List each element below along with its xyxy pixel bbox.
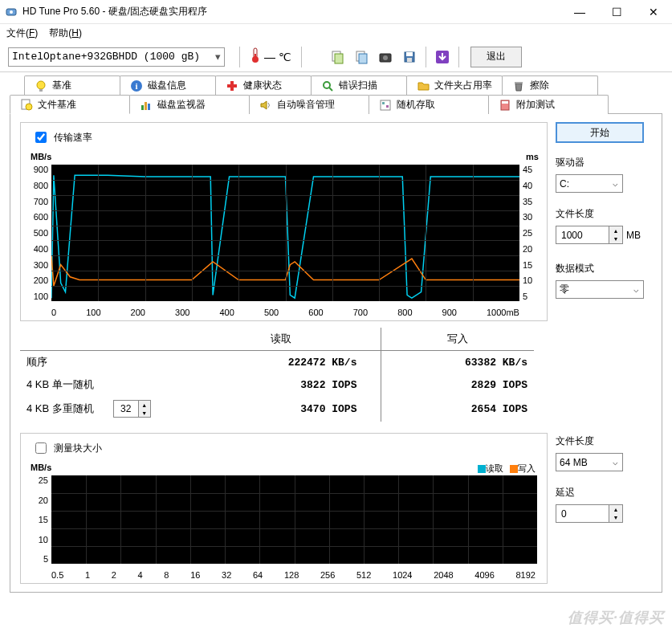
read-value: 3822 IOPS: [181, 373, 381, 396]
close-button[interactable]: ✕: [635, 0, 672, 24]
bar-icon: [140, 99, 153, 112]
tabs-row-2: 文件基准磁盘监视器自动噪音管理随机存取附加测试: [10, 95, 662, 114]
svg-rect-29: [381, 100, 390, 110]
tab-grid[interactable]: 随机存取: [369, 95, 489, 114]
copy-text-button[interactable]: [326, 46, 348, 68]
filelen-input[interactable]: ▲▼: [556, 226, 623, 244]
maximize-button[interactable]: ☐: [598, 0, 635, 24]
tab-folder[interactable]: 文件夹占用率: [406, 75, 503, 95]
filelen-value[interactable]: [560, 229, 600, 242]
svg-point-1: [10, 10, 13, 14]
tab-label: 文件夹占用率: [434, 79, 492, 92]
tab-label: 自动噪音管理: [277, 98, 335, 112]
filelen-unit: MB: [626, 230, 641, 241]
copy-image-button[interactable]: [350, 46, 373, 68]
col-read-head: 读取: [181, 328, 381, 351]
delay-up[interactable]: ▲: [609, 505, 622, 514]
blocksize-checkbox-input[interactable]: [35, 442, 47, 454]
spinner-up[interactable]: ▲: [139, 401, 150, 409]
start-button[interactable]: 开始: [556, 122, 644, 143]
tab-speaker[interactable]: 自动噪音管理: [249, 95, 369, 114]
filelen2-select[interactable]: 64 MB: [556, 453, 623, 471]
datamode-value: 零: [560, 283, 569, 296]
svg-line-22: [329, 88, 332, 91]
datamode-label: 数据模式: [556, 262, 652, 275]
transfer-rate-label: 传输速率: [54, 131, 92, 145]
tab-bulb[interactable]: 基准: [24, 75, 120, 95]
drive-select[interactable]: IntelOptane+932GBHDD (1000 gB): [8, 47, 225, 67]
svg-rect-30: [382, 102, 385, 104]
spinner-value[interactable]: [114, 402, 138, 415]
grid-icon: [379, 99, 392, 112]
multi-random-spinner[interactable]: ▲▼: [113, 400, 151, 418]
bulb-icon: [35, 80, 47, 92]
delay-value[interactable]: [560, 508, 600, 520]
drive-letter-select[interactable]: C:: [556, 174, 623, 193]
drive-select-value: IntelOptane+932GBHDD (1000 gB): [12, 51, 200, 63]
tab-label: 健康状态: [243, 79, 282, 92]
filelen-down[interactable]: ▼: [609, 235, 622, 244]
minimize-button[interactable]: —: [561, 0, 598, 24]
save-button[interactable]: [398, 46, 421, 68]
tabs-area: 基准i磁盘信息健康状态错误扫描文件夹占用率擦除 文件基准磁盘监视器自动噪音管理随…: [0, 72, 672, 593]
y-right-unit: ms: [526, 152, 539, 161]
read-value: 3470 IOPS: [181, 396, 381, 422]
search-icon: [321, 80, 334, 92]
tab-plus[interactable]: 健康状态: [215, 75, 312, 95]
drive-label: 驱动器: [556, 156, 652, 169]
svg-rect-13: [407, 58, 412, 62]
blocksize-checkbox[interactable]: 测量块大小: [32, 440, 102, 456]
transfer-rate-checkbox-input[interactable]: [35, 132, 47, 143]
row-label: 顺序: [20, 351, 181, 374]
download-button[interactable]: [431, 46, 454, 68]
tab-trash[interactable]: 擦除: [502, 75, 598, 95]
tab-label: 基准: [52, 79, 71, 92]
drive-letter-value: C:: [560, 178, 569, 190]
watermark: 值得买·值得买: [568, 608, 664, 627]
row-label: 4 KB 多重随机▲▼: [20, 396, 181, 422]
tab-label: 附加测试: [516, 98, 555, 112]
svg-rect-28: [148, 104, 150, 110]
tab-label: 随机存取: [397, 98, 435, 112]
tab-file-bulb[interactable]: 文件基准: [10, 95, 130, 114]
tab-label: 擦除: [530, 79, 549, 92]
svg-rect-8: [359, 54, 367, 63]
tab-search[interactable]: 错误扫描: [311, 75, 407, 95]
delay-input[interactable]: ▲▼: [556, 504, 623, 523]
blocksize-chart: MB/s 读取 写入 252015105 0.51248163264128256…: [27, 461, 540, 581]
svg-point-25: [26, 104, 32, 110]
sidebar-section-2: 文件长度 64 MB 延迟 ▲▼: [556, 433, 652, 584]
info-icon: i: [130, 80, 143, 92]
toolbar: IntelOptane+932GBHDD (1000 gB) — ℃ 退出: [0, 42, 672, 72]
y-axis-right: 45403530252015105: [523, 165, 540, 301]
thermometer-icon: [250, 47, 261, 66]
svg-rect-26: [141, 105, 144, 110]
delay-down[interactable]: ▼: [609, 514, 622, 523]
filelen-up[interactable]: ▲: [609, 226, 622, 235]
tab-bar[interactable]: 磁盘监视器: [129, 95, 250, 114]
exit-label: 退出: [487, 50, 506, 63]
svg-text:i: i: [135, 81, 137, 91]
datamode-select[interactable]: 零: [556, 280, 644, 299]
tab-info[interactable]: i磁盘信息: [120, 75, 216, 95]
app-icon: [5, 6, 18, 18]
spinner-down[interactable]: ▼: [139, 409, 150, 417]
transfer-rate-checkbox[interactable]: 传输速率: [32, 129, 92, 145]
x-axis-2: 0.512481632641282565121024204840968192: [51, 570, 536, 580]
legend-read: 读取: [486, 463, 503, 473]
exit-button[interactable]: 退出: [470, 47, 522, 67]
transfer-chart-box: 传输速率 MB/s ms 900800700600500400300200100…: [20, 122, 548, 321]
screenshot-button[interactable]: [374, 46, 397, 68]
table-row: 顺序 222472 KB/s 63382 KB/s: [20, 351, 534, 374]
write-value: 63382 KB/s: [381, 351, 534, 374]
blocksize-chart-box: 测量块大小 MB/s 读取 写入 252015105 0.51248163264…: [20, 433, 548, 584]
sidebar-section-1: 开始 驱动器 C: 文件长度 ▲▼ MB 数据模式 零: [556, 122, 652, 422]
menu-file[interactable]: 文件(F): [6, 27, 38, 40]
filelen2-label: 文件长度: [556, 434, 652, 448]
y-axis-left-2: 252015105: [27, 475, 48, 564]
menu-help[interactable]: 帮助(H): [49, 27, 82, 40]
svg-rect-23: [515, 82, 523, 84]
svg-rect-33: [502, 101, 508, 104]
tab-calc[interactable]: 附加测试: [488, 95, 609, 114]
svg-rect-31: [386, 105, 389, 108]
